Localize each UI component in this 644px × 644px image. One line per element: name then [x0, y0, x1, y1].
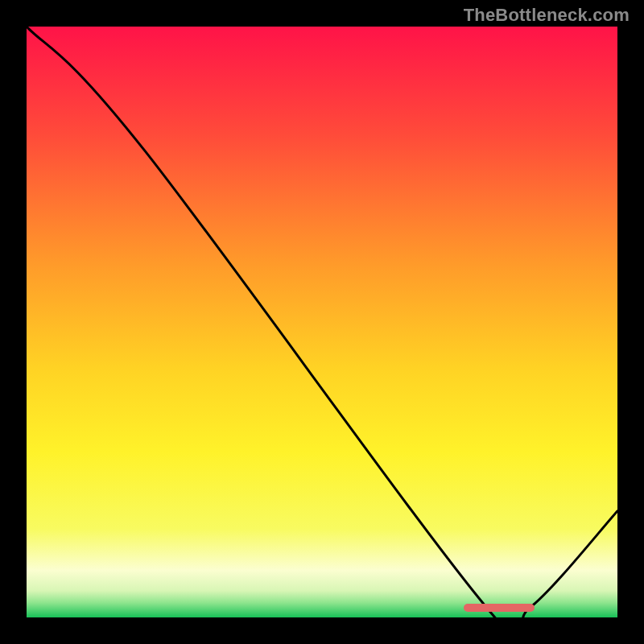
chart-frame: TheBottleneck.com	[0, 0, 644, 644]
bottleneck-curve	[27, 27, 617, 617]
watermark-text: TheBottleneck.com	[464, 5, 630, 26]
plot-area	[27, 27, 617, 617]
optimal-range-marker	[464, 604, 535, 612]
